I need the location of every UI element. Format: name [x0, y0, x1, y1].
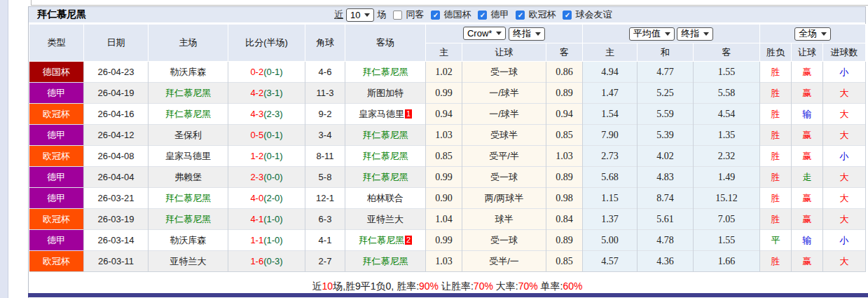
- home-team-name: 拜仁慕尼黑: [165, 109, 211, 119]
- odds-handicap-cell: 受平/半: [462, 146, 546, 167]
- date-cell: 26-04-23: [84, 62, 149, 83]
- result-goals: 大: [840, 109, 849, 119]
- away-team-cell: 拜仁慕尼黑: [345, 146, 426, 167]
- odds-handicap-cell: 一/球半: [462, 104, 546, 125]
- fulltime-score: 2-3: [250, 172, 263, 182]
- date-cell: 26-03-14: [84, 230, 149, 251]
- result-handicap: 输: [803, 109, 812, 119]
- score-cell: 4-2(3-1): [228, 83, 305, 104]
- average-odds-group: 平均值 终指: [583, 25, 760, 43]
- checkbox-bundesliga[interactable]: ✓: [478, 11, 487, 20]
- corner-cell: 11-3: [305, 83, 345, 104]
- odds-home-cell: 0.99: [426, 167, 462, 188]
- summary-text: 60%: [563, 280, 582, 292]
- checkbox-label-ucl: 欧冠杯: [528, 8, 556, 21]
- result-goals: 大: [840, 130, 849, 140]
- fulltime-score: 0-2: [250, 67, 263, 77]
- panel-titlebar: 拜仁慕尼黑 近 10 场 ✓ 同客 ✓ 德国杯 ✓ 德甲 ✓ 欧冠杯 ✓ 球会友…: [29, 7, 865, 24]
- odds-handicap-cell: 受一球: [462, 62, 546, 83]
- avg-away-cell: 1.66: [694, 251, 760, 272]
- home-team-cell: 弗赖堡: [149, 167, 228, 188]
- avg-draw-cell: 4.83: [638, 167, 694, 188]
- result-goals-cell: 小: [823, 230, 866, 251]
- result-goals: 大: [840, 193, 849, 203]
- top-divider-corner: [31, 0, 32, 5]
- result-handicap: 赢: [803, 67, 812, 77]
- summary-text: 70%: [474, 280, 493, 292]
- fulltime-score: 0-5: [250, 130, 263, 140]
- home-team-cell: 皇家马德里: [149, 146, 228, 167]
- avg-draw-cell: 5.59: [638, 104, 694, 125]
- avg-draw-cell: 5.39: [638, 125, 694, 146]
- table-row: 欧冠杯 26-03-11 亚特兰大 1-6(0-3) 2-7 拜仁慕尼黑 1.0…: [29, 251, 866, 272]
- corner-cell: 2-7: [305, 251, 345, 272]
- table-row: 欧冠杯 26-04-16 拜仁慕尼黑 4-3(2-3) 9-2 皇家马德里1 0…: [29, 104, 866, 125]
- odds-away-cell: 0.89: [546, 167, 583, 188]
- league-cell: 欧冠杯: [29, 209, 84, 230]
- home-team-name: 拜仁慕尼黑: [165, 193, 211, 203]
- checkbox-ucl[interactable]: ✓: [516, 11, 525, 20]
- score-cell: 0-2(0-1): [228, 62, 305, 83]
- avg-away-cell: 1.35: [694, 125, 760, 146]
- date-cell: 26-04-08: [84, 146, 149, 167]
- avg-home-cell: 2.73: [583, 146, 638, 167]
- result-wdl: 胜: [771, 214, 780, 224]
- away-team-name: 拜仁慕尼黑: [363, 256, 408, 266]
- away-team-name: 拜仁慕尼黑: [363, 130, 408, 140]
- odds-away-cell: 0.85: [546, 125, 583, 146]
- team-title: 拜仁慕尼黑: [29, 8, 86, 21]
- odds-handicap-cell: 两/两球半: [462, 188, 546, 209]
- summary-text: 90%: [419, 280, 439, 292]
- checkbox-friendly[interactable]: ✓: [563, 11, 572, 20]
- table-row: 德甲 26-04-19 拜仁慕尼黑 4-2(3-1) 11-3 斯图加特 0.9…: [29, 83, 866, 104]
- score-cell: 0-5(0-1): [228, 125, 305, 146]
- odds-handicap-cell: 受一球: [462, 230, 546, 251]
- result-wdl-cell: 胜: [760, 125, 792, 146]
- result-scope-group: 全场: [760, 25, 866, 43]
- result-wdl-cell: 胜: [760, 209, 792, 230]
- odds-stage-select-2[interactable]: 终指: [677, 27, 713, 41]
- corner-cell: 12-1: [305, 188, 345, 209]
- team-number-badge: 1: [405, 109, 412, 118]
- odds-home-cell: 1.03: [426, 125, 462, 146]
- result-wdl: 胜: [771, 130, 780, 140]
- result-wdl: 胜: [771, 193, 780, 203]
- avg-away-cell: 15.12: [694, 188, 760, 209]
- away-team-name: 拜仁慕尼黑: [359, 235, 404, 245]
- recent-link[interactable]: 近: [334, 8, 343, 21]
- average-select[interactable]: 平均值: [629, 27, 675, 41]
- result-goals: 大: [840, 214, 849, 224]
- odds-source-select[interactable]: Crow*: [463, 27, 506, 40]
- col-header-type: 类型: [29, 25, 84, 62]
- result-handicap-cell: 赢: [792, 62, 823, 83]
- result-goals-cell: 大: [823, 125, 866, 146]
- result-goals: 小: [840, 235, 849, 245]
- away-team-name: 拜仁慕尼黑: [363, 67, 408, 77]
- summary-text: 单率:: [538, 280, 563, 292]
- odds-stage-select-1[interactable]: 终指: [509, 27, 545, 41]
- away-team-name: 皇家马德里: [359, 109, 404, 119]
- checkbox-dfb-pokal[interactable]: ✓: [431, 11, 440, 20]
- result-handicap-cell: 赢: [792, 125, 823, 146]
- recent-suffix-label: 场: [377, 8, 386, 21]
- odds-home-cell: 1.03: [426, 251, 462, 272]
- home-team-name: 弗赖堡: [174, 172, 202, 182]
- check-icon: ✓: [478, 11, 486, 19]
- score-cell: 2-3(0-0): [228, 167, 305, 188]
- checkbox-label-bundesliga: 德甲: [490, 8, 509, 21]
- avg-home-cell: 5.00: [583, 230, 638, 251]
- result-handicap: 赢: [803, 214, 812, 224]
- league-cell: 德甲: [29, 167, 84, 188]
- table-row: 德国杯 26-04-23 勒沃库森 0-2(0-1) 4-6 拜仁慕尼黑 1.0…: [29, 62, 866, 83]
- checkbox-same-venue[interactable]: ✓: [393, 11, 402, 20]
- result-handicap-cell: 赢: [792, 188, 823, 209]
- away-team-cell: 斯图加特: [345, 83, 426, 104]
- scope-select[interactable]: 全场: [794, 27, 831, 41]
- col-header-home: 主场: [149, 25, 228, 62]
- result-goals-cell: 大: [823, 167, 866, 188]
- odds-home-cell: 0.99: [426, 83, 462, 104]
- home-team-cell: 亚特兰大: [149, 251, 228, 272]
- date-cell: 26-03-11: [84, 251, 149, 272]
- recent-count-select[interactable]: 10: [346, 8, 374, 22]
- avg-away-cell: 7.05: [694, 209, 760, 230]
